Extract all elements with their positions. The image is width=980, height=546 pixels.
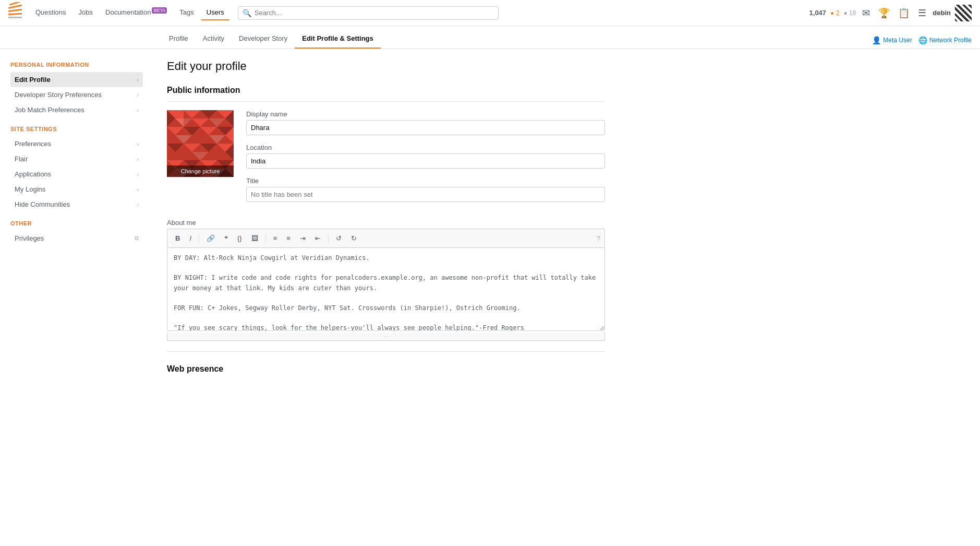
sidebar-item-preferences[interactable]: Preferences ›	[10, 136, 143, 151]
code-button[interactable]: {}	[234, 232, 246, 244]
chevron-icon: ›	[137, 141, 139, 147]
nav-tags[interactable]: Tags	[174, 5, 199, 20]
other-section-title: OTHER	[10, 220, 143, 227]
sub-navigation: Profile Activity Developer Story Edit Pr…	[0, 26, 980, 49]
editor-toolbar: B I 🔗 ❝ {} 🖼 ≡ ≡ ⇥ ⇤ ↺ ↻ ?	[167, 229, 605, 247]
italic-button[interactable]: I	[186, 232, 195, 244]
external-link-icon: ⧉	[135, 235, 139, 242]
location-label: Location	[246, 144, 605, 151]
sidebar-item-applications[interactable]: Applications ›	[10, 167, 143, 182]
subnav-activity[interactable]: Activity	[196, 29, 232, 49]
nav-links: Questions Jobs DocumentationBETA Tags Us…	[30, 5, 229, 20]
web-presence-heading: Web presence	[167, 364, 605, 374]
help-icon[interactable]: ?	[596, 234, 600, 243]
chevron-icon: ›	[137, 201, 139, 208]
nav-documentation[interactable]: DocumentationBETA	[100, 5, 172, 20]
search-bar[interactable]: 🔍	[238, 6, 499, 20]
nav-questions[interactable]: Questions	[30, 5, 71, 20]
unordered-list-button[interactable]: ≡	[283, 232, 294, 244]
user-name: debin	[933, 9, 951, 17]
review-icon[interactable]: 📋	[896, 5, 912, 21]
toolbar-separator-2	[265, 234, 266, 243]
page-title: Edit your profile	[167, 60, 605, 73]
sidebar-item-privileges[interactable]: Privileges ⧉	[10, 231, 143, 246]
svg-rect-1	[8, 13, 22, 15]
blockquote-button[interactable]: ❝	[221, 232, 232, 244]
main-container: PERSONAL INFORMATION Edit Profile › Deve…	[0, 49, 980, 546]
search-input[interactable]	[255, 9, 494, 17]
network-icon: 🌐	[918, 36, 927, 44]
display-name-label: Display name	[246, 110, 605, 118]
sub-nav-links: Profile Activity Developer Story Edit Pr…	[162, 29, 381, 49]
reputation-score: 1,047	[809, 9, 827, 17]
resize-handle[interactable]: ·····	[167, 333, 605, 341]
sub-nav-right: 👤 Meta User 🌐 Network Profile	[872, 36, 972, 49]
dedent-button[interactable]: ⇤	[311, 232, 324, 244]
link-button[interactable]: 🔗	[203, 232, 219, 244]
title-input[interactable]	[246, 187, 605, 202]
sidebar-item-my-logins[interactable]: My Logins ›	[10, 182, 143, 197]
meta-icon: 👤	[872, 36, 881, 44]
hamburger-icon[interactable]: ☰	[916, 5, 928, 21]
about-me-label: About me	[167, 219, 605, 227]
user-avatar[interactable]	[955, 5, 972, 21]
sidebar-item-edit-profile[interactable]: Edit Profile ›	[10, 72, 143, 87]
meta-user-link[interactable]: 👤 Meta User	[872, 36, 912, 44]
gold-badge: ● 2	[830, 9, 839, 17]
chevron-icon: ›	[137, 92, 139, 98]
about-me-row: About me B I 🔗 ❝ {} 🖼 ≡ ≡ ⇥ ⇤ ↺ ↻ ? BY D…	[167, 219, 605, 341]
search-icon: 🔍	[243, 9, 251, 17]
chevron-icon: ›	[137, 107, 139, 113]
subnav-profile[interactable]: Profile	[162, 29, 196, 49]
sidebar-item-dev-story-prefs[interactable]: Developer Story Preferences ›	[10, 87, 143, 102]
chevron-icon: ›	[137, 186, 139, 193]
redo-button[interactable]: ↻	[347, 232, 360, 244]
about-me-textarea[interactable]: BY DAY: Alt-Rock Ninja Cowgirl at Veridi…	[167, 247, 605, 331]
subnav-developer-story[interactable]: Developer Story	[232, 29, 295, 49]
achievements-icon[interactable]: 🏆	[876, 5, 892, 21]
sidebar-item-hide-communities[interactable]: Hide Communities ›	[10, 197, 143, 212]
site-logo[interactable]	[8, 2, 24, 23]
site-settings-section-title: SITE SETTINGS	[10, 126, 143, 132]
toolbar-separator	[199, 234, 199, 243]
nav-right: 1,047 ● 2 ● 18 ✉ 🏆 📋 ☰ debin	[809, 5, 972, 21]
top-navigation: Questions Jobs DocumentationBETA Tags Us…	[0, 0, 980, 26]
section-divider	[167, 351, 605, 352]
profile-fields: Display name Location Title	[246, 110, 605, 210]
svg-rect-0	[8, 17, 22, 18]
image-button[interactable]: 🖼	[248, 232, 262, 244]
title-label: Title	[246, 177, 605, 185]
network-profile-link[interactable]: 🌐 Network Profile	[918, 36, 972, 44]
nav-users[interactable]: Users	[201, 5, 229, 20]
personal-info-section-title: PERSONAL INFORMATION	[10, 62, 143, 68]
sidebar: PERSONAL INFORMATION Edit Profile › Deve…	[0, 49, 151, 546]
ordered-list-button[interactable]: ≡	[270, 232, 281, 244]
display-name-input[interactable]	[246, 120, 605, 135]
display-name-row: Display name	[246, 110, 605, 135]
indent-button[interactable]: ⇥	[296, 232, 309, 244]
sidebar-item-flair[interactable]: Flair ›	[10, 151, 143, 167]
main-content: Edit your profile Public information	[151, 49, 621, 546]
public-info-heading: Public information	[167, 86, 605, 102]
subnav-edit-profile[interactable]: Edit Profile & Settings	[295, 29, 381, 49]
change-picture-overlay[interactable]: Change picture	[167, 165, 234, 177]
nav-jobs[interactable]: Jobs	[74, 5, 98, 20]
svg-rect-2	[8, 9, 22, 12]
location-input[interactable]	[246, 153, 605, 169]
undo-button[interactable]: ↺	[332, 232, 345, 244]
toolbar-separator-3	[328, 234, 329, 243]
chevron-icon: ›	[137, 171, 139, 177]
chevron-icon: ›	[137, 77, 139, 83]
inbox-icon[interactable]: ✉	[860, 5, 872, 21]
sidebar-item-job-match-prefs[interactable]: Job Match Preferences ›	[10, 102, 143, 117]
silver-badge: ● 18	[843, 9, 856, 17]
location-row: Location	[246, 144, 605, 169]
chevron-icon: ›	[137, 156, 139, 162]
profile-section: Change picture Display name Location Tit…	[167, 110, 605, 210]
avatar-wrapper[interactable]: Change picture	[167, 110, 234, 177]
bold-button[interactable]: B	[172, 232, 184, 244]
title-row: Title	[246, 177, 605, 202]
